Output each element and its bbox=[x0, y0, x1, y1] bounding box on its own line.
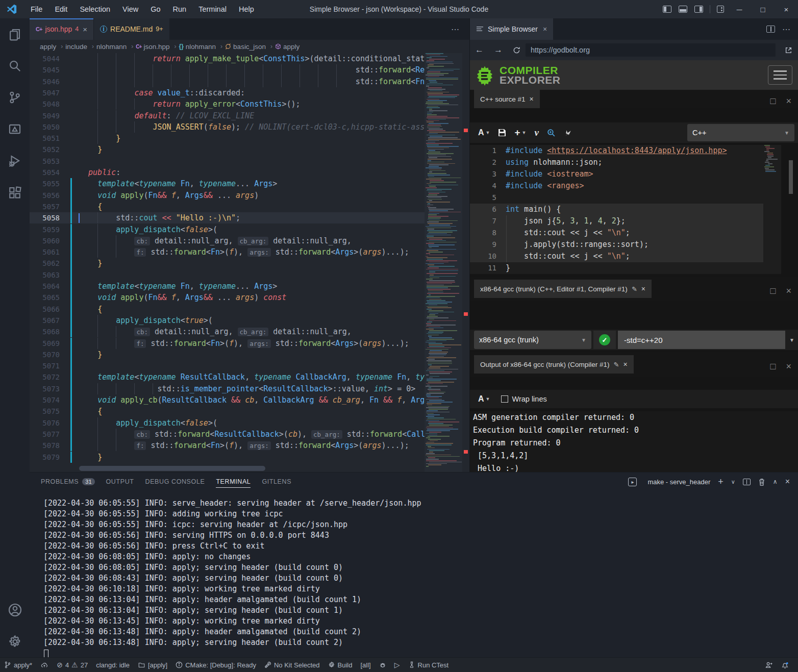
customize-layout-icon[interactable] bbox=[717, 6, 724, 13]
ce-source-editor[interactable]: 1#include <https://localhost:8443/apply/… bbox=[470, 145, 781, 274]
close-icon[interactable]: × bbox=[83, 25, 87, 34]
ce-scrollbar[interactable] bbox=[789, 160, 793, 194]
status-4[interactable]: ⊘4⚠27 bbox=[53, 658, 92, 672]
menu-selection[interactable]: Selection bbox=[73, 5, 116, 13]
activity-files[interactable] bbox=[0, 18, 30, 50]
url-input[interactable]: https://godbolt.org bbox=[526, 43, 776, 57]
activity-search[interactable] bbox=[0, 50, 30, 82]
split-editor-icon[interactable] bbox=[766, 26, 775, 33]
minimap[interactable] bbox=[425, 53, 462, 472]
kill-terminal-icon[interactable] bbox=[758, 478, 765, 486]
status--apply-[interactable]: [apply] bbox=[134, 658, 171, 672]
rename-icon[interactable]: ✎ bbox=[614, 361, 619, 368]
panel-tab-terminal[interactable]: TERMINAL bbox=[216, 472, 251, 491]
back-icon[interactable]: ← bbox=[475, 45, 484, 55]
reload-icon[interactable] bbox=[513, 46, 520, 54]
terminal-output[interactable]: [2022-04-30 06:05:55] INFO: serve_header… bbox=[30, 491, 798, 658]
status-cloud[interactable] bbox=[36, 658, 53, 672]
status--all-[interactable]: [all] bbox=[357, 658, 375, 672]
open-external-icon[interactable] bbox=[785, 46, 792, 54]
compiler-select[interactable]: x86-64 gcc (trunk)▼ bbox=[474, 331, 591, 349]
terminal-title[interactable]: make - serve_header bbox=[647, 478, 710, 486]
menu-terminal[interactable]: Terminal bbox=[192, 5, 233, 13]
panel-tab-gitlens[interactable]: GITLENS bbox=[262, 472, 291, 491]
toggle-panel-icon[interactable] bbox=[679, 6, 687, 13]
status-bell[interactable] bbox=[777, 658, 793, 672]
zoom-search-icon[interactable] bbox=[547, 129, 556, 137]
horizontal-scrollbar[interactable] bbox=[79, 466, 265, 471]
activity-settings[interactable] bbox=[0, 626, 30, 657]
breadcrumb-item-nlohmann[interactable]: nlohmann bbox=[96, 43, 127, 51]
tab-simple-browser[interactable]: Simple Browser × bbox=[470, 18, 553, 40]
compiler-options-input[interactable]: -std=c++20 bbox=[618, 331, 785, 349]
font-size-icon[interactable]: A▼ bbox=[478, 394, 490, 404]
menu-edit[interactable]: Edit bbox=[48, 5, 73, 13]
status-clangd-idle[interactable]: clangd: idle bbox=[92, 658, 134, 672]
breadcrumb-item-nlohmann[interactable]: {}nlohmann bbox=[179, 43, 216, 51]
breadcrumb-item-apply[interactable]: apply bbox=[40, 43, 56, 51]
menu-file[interactable]: File bbox=[24, 5, 48, 13]
close-panel-icon[interactable]: × bbox=[785, 477, 790, 486]
maximize-panel-icon[interactable]: ∧ bbox=[773, 478, 778, 485]
status-cmake-debug-ready[interactable]: CMake: [Debug]: Ready bbox=[171, 658, 260, 672]
wrap-lines-checkbox[interactable] bbox=[501, 395, 508, 403]
close-icon[interactable]: × bbox=[530, 95, 534, 103]
compiler-explorer-logo[interactable]: COMPILEREXPLORER bbox=[474, 64, 561, 86]
menu-help[interactable]: Help bbox=[233, 5, 260, 13]
status-apply-[interactable]: apply* bbox=[0, 658, 36, 672]
breadcrumb-item-json.hpp[interactable]: C+json.hpp bbox=[136, 43, 169, 51]
status-build[interactable]: Build bbox=[324, 658, 357, 672]
code-editor[interactable]: 5044 return apply_make_tuple<ConstThis>(… bbox=[30, 53, 469, 472]
activity-cmake[interactable] bbox=[0, 113, 30, 145]
status-bug[interactable] bbox=[375, 658, 390, 672]
close-icon[interactable]: × bbox=[641, 285, 645, 293]
menu-view[interactable]: View bbox=[116, 5, 144, 13]
activity-extensions[interactable] bbox=[0, 177, 30, 208]
maximize-pane-icon[interactable]: □ bbox=[770, 286, 776, 296]
tab-compiler[interactable]: x86-64 gcc (trunk) (C++, Editor #1, Comp… bbox=[474, 280, 652, 298]
forward-icon[interactable]: → bbox=[494, 45, 503, 55]
activity-debug[interactable] bbox=[0, 145, 30, 177]
toggle-secondary-sidebar-icon[interactable] bbox=[694, 6, 703, 13]
tab-cpp-source[interactable]: C++ source #1 × bbox=[474, 90, 540, 108]
close-pane-icon[interactable]: × bbox=[786, 96, 791, 107]
tab-README.md[interactable]: iREADME.md9+ bbox=[94, 18, 170, 40]
language-select[interactable]: C++▼ bbox=[687, 124, 794, 141]
activity-source-control[interactable] bbox=[0, 82, 30, 113]
panel-tab-debug-console[interactable]: DEBUG CONSOLE bbox=[145, 472, 205, 491]
close-icon[interactable]: × bbox=[543, 25, 547, 33]
breadcrumb-item-apply[interactable]: apply bbox=[275, 43, 300, 51]
status-run-ctest[interactable]: Run CTest bbox=[404, 658, 453, 672]
terminal-dropdown-icon[interactable]: ∨ bbox=[731, 479, 735, 485]
more-actions-icon[interactable]: ⋯ bbox=[782, 24, 791, 34]
panel-tab-problems[interactable]: PROBLEMS31 bbox=[41, 472, 95, 491]
panel-tab-output[interactable]: OUTPUT bbox=[106, 472, 134, 491]
breadcrumb-item-include[interactable]: include bbox=[65, 43, 87, 51]
font-size-icon[interactable]: A▼ bbox=[478, 128, 490, 137]
status-feedback[interactable] bbox=[761, 658, 777, 672]
status-play[interactable]: ▷ bbox=[390, 658, 404, 672]
split-terminal-icon[interactable] bbox=[743, 479, 751, 485]
new-terminal-icon[interactable]: + bbox=[718, 477, 724, 487]
tab-json.hpp[interactable]: C+json.hpp4× bbox=[30, 18, 94, 40]
pin-bird-icon[interactable] bbox=[564, 129, 572, 137]
rename-icon[interactable]: ✎ bbox=[632, 285, 637, 293]
maximize-pane-icon[interactable]: □ bbox=[770, 96, 776, 107]
add-pane-icon[interactable]: +▼ bbox=[514, 127, 526, 138]
options-dropdown-icon[interactable]: ▼ bbox=[785, 337, 798, 343]
minimize-button[interactable]: ─ bbox=[728, 0, 751, 18]
close-pane-icon[interactable]: × bbox=[786, 286, 791, 296]
vim-mode-icon[interactable]: v bbox=[535, 127, 539, 138]
close-button[interactable]: × bbox=[775, 0, 798, 18]
menu-run[interactable]: Run bbox=[167, 5, 193, 13]
close-icon[interactable]: × bbox=[624, 360, 628, 368]
hamburger-menu-icon[interactable] bbox=[768, 65, 792, 85]
close-pane-icon[interactable]: × bbox=[786, 361, 791, 372]
editor-actions-more-icon[interactable]: ⋯ bbox=[451, 18, 469, 40]
tab-output[interactable]: Output of x86-64 gcc (trunk) (Compiler #… bbox=[474, 355, 634, 374]
save-icon[interactable] bbox=[498, 129, 506, 137]
breadcrumb-item-basic_json[interactable]: basic_json bbox=[225, 43, 266, 51]
maximize-pane-icon[interactable]: □ bbox=[770, 361, 776, 372]
activity-account[interactable] bbox=[0, 594, 30, 626]
maximize-button[interactable]: □ bbox=[751, 0, 775, 18]
